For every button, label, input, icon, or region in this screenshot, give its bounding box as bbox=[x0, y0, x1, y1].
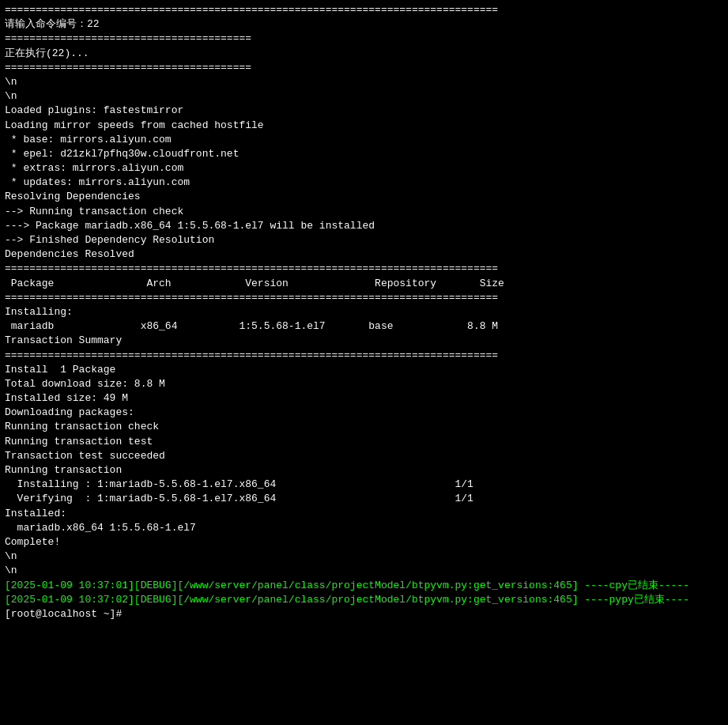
terminal-line-38: Installing : 1:mariadb-5.5.68-1.el7.x86_… bbox=[5, 478, 723, 492]
terminal-line-6: \n bbox=[5, 75, 723, 89]
terminal-line-25: mariadb x86_64 1:5.5.68-1.el7 base 8.8 M bbox=[5, 319, 723, 334]
terminal-line-24: Installing: bbox=[5, 305, 723, 319]
terminal-line-10: * base: mirrors.aliyun.com bbox=[5, 133, 723, 147]
terminal-line-22: Package Arch Version Repository Size bbox=[5, 277, 723, 291]
terminal-line-45: \n bbox=[5, 549, 723, 564]
terminal-line-15: --> Running transaction check bbox=[5, 205, 723, 219]
terminal-line-3: 正在执行(22)... bbox=[5, 47, 723, 61]
terminal-line-11: * epel: d21zkl7pfhq30w.cloudfront.net bbox=[5, 147, 723, 161]
terminal-line-21: ========================================… bbox=[5, 262, 723, 276]
terminal-line-19: Dependencies Resolved bbox=[5, 247, 723, 262]
terminal-line-0: ========================================… bbox=[5, 3, 723, 17]
terminal-line-27: Transaction Summary bbox=[5, 334, 723, 348]
terminal-line-29: Install 1 Package bbox=[5, 363, 723, 377]
terminal-line-7: \n bbox=[5, 89, 723, 104]
terminal-line-39: Verifying : 1:mariadb-5.5.68-1.el7.x86_6… bbox=[5, 492, 723, 506]
terminal-line-42: mariadb.x86_64 1:5.5.68-1.el7 bbox=[5, 521, 723, 535]
terminal-line-33: Downloading packages: bbox=[5, 406, 723, 420]
terminal-line-34: Running transaction check bbox=[5, 420, 723, 434]
terminal-line-14: Resolving Dependencies bbox=[5, 190, 723, 204]
terminal-line-4: ======================================== bbox=[5, 61, 723, 75]
terminal-output: ========================================… bbox=[5, 3, 723, 621]
terminal-line-1: 请输入命令编号：22 bbox=[5, 17, 723, 32]
terminal-line-35: Running transaction test bbox=[5, 435, 723, 449]
terminal-line-13: * updates: mirrors.aliyun.com bbox=[5, 176, 723, 190]
terminal-line-16: ---> Package mariadb.x86_64 1:5.5.68-1.e… bbox=[5, 219, 723, 233]
terminal-line-49: [root@localhost ~]# bbox=[5, 607, 723, 621]
terminal-line-31: Total download size: 8.8 M bbox=[5, 377, 723, 391]
terminal-line-48: [2025-01-09 10:37:02][DEBUG][/www/server… bbox=[5, 593, 723, 607]
terminal-line-46: \n bbox=[5, 564, 723, 578]
terminal-line-8: Loaded plugins: fastestmirror bbox=[5, 104, 723, 118]
terminal-line-2: ======================================== bbox=[5, 32, 723, 46]
terminal-line-44: Complete! bbox=[5, 535, 723, 549]
terminal-line-28: ========================================… bbox=[5, 349, 723, 363]
terminal-line-36: Transaction test succeeded bbox=[5, 449, 723, 463]
terminal-line-12: * extras: mirrors.aliyun.com bbox=[5, 161, 723, 176]
terminal-line-32: Installed size: 49 M bbox=[5, 391, 723, 406]
terminal-line-41: Installed: bbox=[5, 507, 723, 521]
terminal-window: ========================================… bbox=[0, 0, 728, 725]
terminal-line-37: Running transaction bbox=[5, 463, 723, 478]
terminal-line-9: Loading mirror speeds from cached hostfi… bbox=[5, 119, 723, 133]
terminal-line-17: --> Finished Dependency Resolution bbox=[5, 233, 723, 247]
terminal-line-47: [2025-01-09 10:37:01][DEBUG][/www/server… bbox=[5, 579, 723, 593]
terminal-line-23: ========================================… bbox=[5, 291, 723, 305]
